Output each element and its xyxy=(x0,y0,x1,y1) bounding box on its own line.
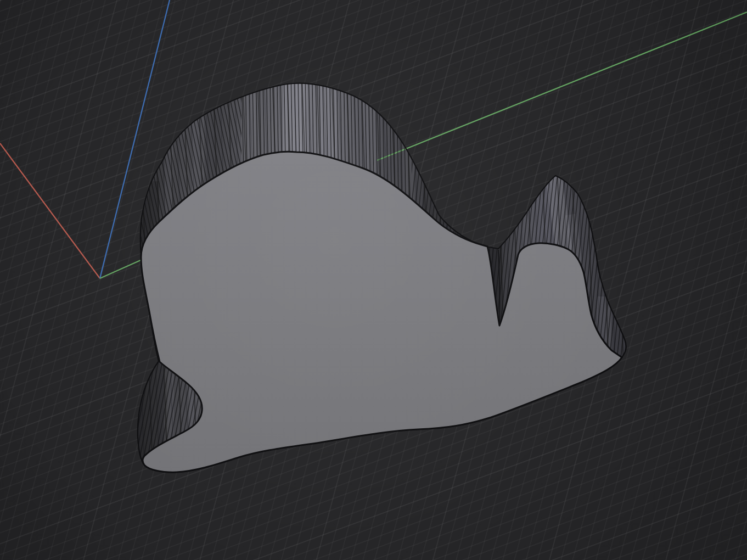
viewport-stage xyxy=(0,0,747,560)
viewport-vignette-dark xyxy=(0,0,747,560)
3d-viewport[interactable] xyxy=(0,0,747,560)
